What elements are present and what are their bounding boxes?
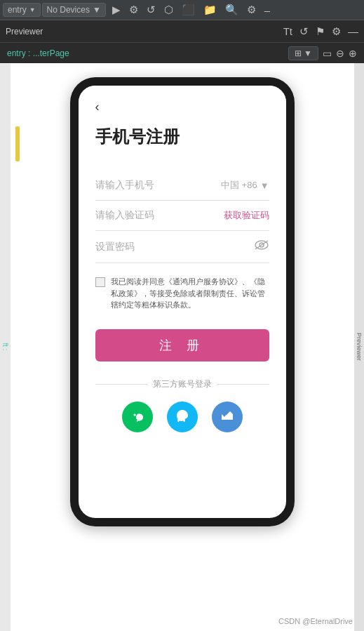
grid-view-button[interactable]: ⊞ ▼ bbox=[288, 46, 318, 60]
grid-icon: ⊞ bbox=[295, 48, 302, 58]
page-title: 手机号注册 bbox=[95, 126, 269, 148]
phone-placeholder[interactable]: 请输入手机号 bbox=[95, 179, 154, 192]
breadcrumb-controls: ⊞ ▼ ▭ ⊖ ⊕ bbox=[288, 46, 357, 60]
entry-label: entry bbox=[8, 5, 27, 15]
screen-content: ‹ 手机号注册 请输入手机号 中国 +86 ▼ 请输入验证码 获取验证码 bbox=[79, 86, 286, 446]
phone-screen: ‹ 手机号注册 请输入手机号 中国 +86 ▼ 请输入验证码 获取验证码 bbox=[79, 86, 286, 518]
top-toolbar: entry ▼ No Devices ▼ ▶ ⚙ ↺ ⬡ ⬛ 📁 🔍 ⚙ – bbox=[0, 0, 364, 20]
third-party-login: 第三方账号登录 bbox=[95, 378, 269, 432]
get-code-button[interactable]: 获取验证码 bbox=[224, 209, 269, 222]
country-selector[interactable]: 中国 +86 ▼ bbox=[221, 179, 269, 192]
left-label: ft : bbox=[0, 63, 11, 631]
minimize-icon[interactable]: – bbox=[262, 4, 272, 17]
third-party-label: 第三方账号登录 bbox=[153, 378, 212, 390]
breadcrumb-bar: entry : ...terPage ⊞ ▼ ▭ ⊖ ⊕ bbox=[0, 42, 364, 63]
main-preview-area: ft : Previewer ‹ 手机号注册 请输入手机号 中国 +86 ▼ bbox=[0, 63, 364, 631]
social-icons-group bbox=[95, 401, 269, 432]
country-arrow-icon: ▼ bbox=[260, 180, 269, 191]
no-devices-dropdown[interactable]: No Devices ▼ bbox=[42, 3, 106, 17]
no-devices-label: No Devices bbox=[47, 5, 90, 15]
qq-login-button[interactable] bbox=[167, 401, 198, 432]
previewer-close-icon[interactable]: — bbox=[348, 25, 358, 37]
toggle-password-icon[interactable] bbox=[254, 239, 269, 254]
previewer-icons: Tt ↺ ⚑ ⚙ — bbox=[283, 25, 358, 38]
code-placeholder[interactable]: 请输入验证码 bbox=[95, 209, 154, 222]
stop-icon[interactable]: ⬛ bbox=[180, 3, 197, 17]
refresh-icon[interactable]: ↺ bbox=[144, 3, 158, 17]
phone-mockup: ‹ 手机号注册 请输入手机号 中国 +86 ▼ 请输入验证码 获取验证码 bbox=[70, 77, 295, 526]
wechat-login-button[interactable] bbox=[122, 401, 153, 432]
svg-point-5 bbox=[225, 415, 229, 419]
register-button[interactable]: 注 册 bbox=[95, 329, 269, 361]
zoom-out-icon[interactable]: ⊖ bbox=[336, 48, 344, 59]
right-label: Previewer bbox=[354, 63, 364, 631]
zoom-in-icon[interactable]: ⊕ bbox=[349, 48, 357, 59]
settings-icon[interactable]: ⚙ bbox=[245, 3, 258, 17]
svg-point-3 bbox=[133, 413, 135, 416]
country-label: 中国 +86 bbox=[221, 179, 257, 192]
agreement-text: 我已阅读并同意《通鸿用户服务协议》、《隐私政策》，等接受免除或者限制责任、诉讼管… bbox=[111, 276, 269, 311]
rotate-icon[interactable]: ↺ bbox=[299, 25, 309, 38]
entry-arrow-icon: ▼ bbox=[29, 6, 36, 13]
weibo-login-button[interactable] bbox=[212, 401, 243, 432]
divider: 第三方账号登录 bbox=[95, 378, 269, 390]
password-placeholder[interactable]: 设置密码 bbox=[95, 241, 135, 253]
watermark: CSDN @EternalDrive bbox=[278, 617, 353, 625]
svg-point-4 bbox=[137, 413, 139, 416]
folder-icon[interactable]: 📁 bbox=[201, 3, 219, 17]
back-button[interactable]: ‹ bbox=[95, 100, 100, 114]
text-size-icon[interactable]: Tt bbox=[283, 25, 292, 37]
code-field: 请输入验证码 获取验证码 bbox=[95, 201, 269, 231]
grid-arrow-icon: ▼ bbox=[304, 48, 312, 58]
agreement-area: 我已阅读并同意《通鸿用户服务协议》、《隐私政策》，等接受免除或者限制责任、诉讼管… bbox=[95, 276, 269, 311]
phone-field: 请输入手机号 中国 +86 ▼ bbox=[95, 171, 269, 201]
play-icon[interactable]: ▶ bbox=[110, 3, 123, 17]
search-icon[interactable]: 🔍 bbox=[223, 3, 241, 17]
breadcrumb: entry : ...terPage bbox=[7, 48, 69, 58]
frame-icon[interactable]: ▭ bbox=[323, 48, 332, 59]
previewer-settings-icon[interactable]: ⚙ bbox=[332, 25, 341, 38]
flag-icon[interactable]: ⚑ bbox=[316, 25, 325, 38]
module-icon[interactable]: ⬡ bbox=[162, 3, 175, 17]
agreement-checkbox[interactable] bbox=[95, 277, 105, 287]
no-devices-arrow-icon: ▼ bbox=[93, 5, 101, 15]
password-field: 设置密码 bbox=[95, 231, 269, 263]
toolbar-actions: ▶ ⚙ ↺ ⬡ ⬛ 📁 🔍 ⚙ – bbox=[110, 3, 272, 17]
left-yellow-strip bbox=[15, 126, 20, 161]
divider-right bbox=[217, 384, 269, 385]
divider-left bbox=[95, 384, 147, 385]
entry-dropdown[interactable]: entry ▼ bbox=[3, 3, 41, 17]
previewer-label: Previewer bbox=[6, 27, 43, 36]
previewer-bar: Previewer Tt ↺ ⚑ ⚙ — bbox=[0, 20, 364, 42]
build-icon[interactable]: ⚙ bbox=[127, 3, 140, 17]
